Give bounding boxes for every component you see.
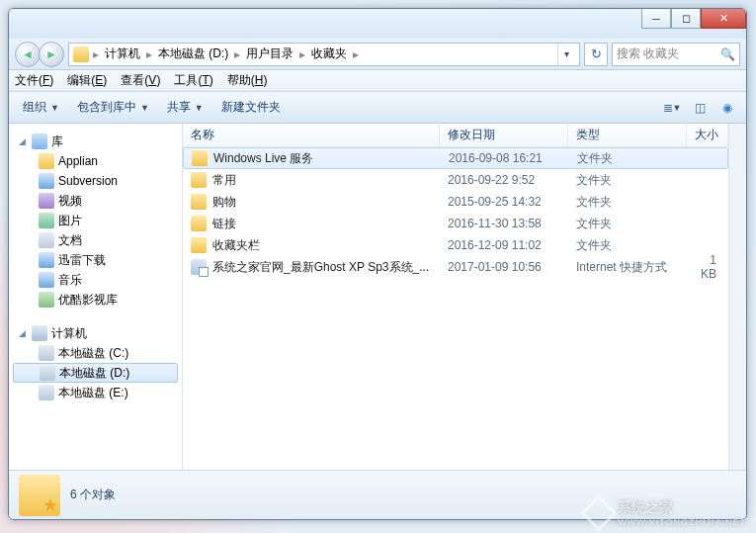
file-name: 系统之家官网_最新Ghost XP Sp3系统_... (212, 259, 429, 276)
favorites-folder-icon (19, 475, 60, 516)
music-icon (39, 272, 54, 288)
menu-tools[interactable]: 工具(T) (174, 72, 212, 89)
menu-help[interactable]: 帮助(H) (227, 72, 268, 89)
search-placeholder: 搜索 收藏夹 (617, 45, 679, 62)
col-date[interactable]: 修改日期 (440, 124, 568, 146)
tree-libraries[interactable]: ◢ 库 (9, 132, 182, 151)
address-bar[interactable]: ▸ 计算机▸ 本地磁盘 (D:)▸ 用户目录▸ 收藏夹▸ ▾ (68, 43, 580, 66)
menu-view[interactable]: 查看(V) (121, 72, 160, 89)
pictures-icon (39, 213, 54, 228)
tree-computer[interactable]: ◢ 计算机 (9, 323, 182, 343)
file-type: 文件夹 (568, 216, 687, 232)
file-size: 1 KB (687, 253, 728, 281)
forward-button[interactable]: ► (39, 42, 64, 67)
close-button[interactable]: ✕ (701, 9, 746, 29)
new-folder-button[interactable]: 新建文件夹 (215, 97, 287, 118)
breadcrumb-item[interactable]: 计算机 (103, 45, 142, 62)
folder-icon (192, 150, 208, 166)
col-type[interactable]: 类型 (568, 124, 687, 146)
folder-icon (191, 172, 207, 188)
breadcrumb-item[interactable]: 本地磁盘 (D:) (156, 45, 230, 62)
include-library-button[interactable]: 包含到库中 ▼ (71, 97, 155, 118)
file-type: 文件夹 (569, 150, 688, 167)
file-name: 常用 (212, 172, 236, 189)
file-row[interactable]: 购物2015-09-25 14:32文件夹 (183, 191, 728, 213)
shortcut-icon (191, 259, 207, 275)
file-name: 购物 (212, 194, 236, 211)
file-type: 文件夹 (568, 237, 687, 254)
tree-drive-d[interactable]: 本地磁盘 (D:) (13, 363, 178, 383)
tree-drive-e[interactable]: 本地磁盘 (E:) (9, 383, 182, 402)
back-button[interactable]: ◄ (15, 42, 41, 67)
tree-item[interactable]: 文档 (9, 230, 182, 250)
search-icon: 🔍 (720, 47, 735, 61)
file-date: 2017-01-09 10:56 (440, 260, 568, 274)
address-dropdown[interactable]: ▾ (557, 44, 575, 65)
status-bar: 6 个对象 (9, 470, 746, 519)
nav-row: ◄ ► ▸ 计算机▸ 本地磁盘 (D:)▸ 用户目录▸ 收藏夹▸ ▾ ↻ 搜索 … (9, 39, 746, 70)
file-type: 文件夹 (568, 172, 687, 189)
help-button[interactable]: ◉ (716, 97, 738, 119)
scrollbar[interactable] (728, 124, 746, 470)
organize-button[interactable]: 组织 ▼ (17, 97, 65, 118)
preview-pane-button[interactable]: ◫ (689, 97, 711, 119)
folder-icon (191, 194, 207, 210)
search-box[interactable]: 搜索 收藏夹 🔍 (612, 43, 740, 66)
tree-item[interactable]: 视频 (9, 191, 182, 211)
menubar: 文件(F) 编辑(E) 查看(V) 工具(T) 帮助(H) (9, 70, 746, 92)
file-date: 2016-12-09 11:02 (440, 238, 568, 252)
tree-item[interactable]: 图片 (9, 211, 182, 230)
file-row[interactable]: 常用2016-09-22 9:52文件夹 (183, 169, 728, 191)
file-row[interactable]: 链接2016-11-30 13:58文件夹 (183, 213, 728, 234)
view-options-button[interactable]: ≣ ▼ (661, 97, 683, 119)
share-button[interactable]: 共享 ▼ (161, 97, 210, 118)
file-type: Internet 快捷方式 (568, 259, 687, 276)
titlebar: ─ ◻ ✕ (9, 9, 746, 39)
drive-icon (39, 385, 54, 400)
refresh-button[interactable]: ↻ (584, 43, 608, 66)
drive-icon (39, 345, 54, 361)
expand-icon[interactable]: ◢ (17, 328, 28, 339)
video-icon (39, 193, 54, 209)
tree-drive-c[interactable]: 本地磁盘 (C:) (9, 343, 182, 363)
status-count: 6 个对象 (70, 487, 116, 503)
libraries-icon (32, 133, 47, 149)
download-icon (39, 252, 54, 268)
breadcrumb-item[interactable]: 用户目录 (244, 45, 295, 62)
file-name: 链接 (212, 216, 236, 232)
file-date: 2016-11-30 13:58 (440, 217, 568, 230)
expand-icon[interactable]: ◢ (17, 136, 28, 147)
menu-edit[interactable]: 编辑(E) (67, 72, 107, 89)
computer-icon (32, 325, 47, 341)
tree-item[interactable]: 迅雷下载 (9, 250, 182, 270)
explorer-window: ─ ◻ ✕ ◄ ► ▸ 计算机▸ 本地磁盘 (D:)▸ 用户目录▸ 收藏夹▸ ▾… (8, 8, 747, 520)
folder-icon (73, 46, 89, 62)
file-name: 收藏夹栏 (212, 237, 260, 254)
file-row[interactable]: 系统之家官网_最新Ghost XP Sp3系统_...2017-01-09 10… (183, 256, 728, 278)
toolbar: 组织 ▼ 包含到库中 ▼ 共享 ▼ 新建文件夹 ≣ ▼ ◫ ◉ (9, 92, 746, 124)
minimize-button[interactable]: ─ (641, 9, 671, 29)
folder-icon (39, 153, 54, 169)
file-name: Windows Live 服务 (213, 150, 313, 167)
tree-item[interactable]: Subversion (9, 171, 182, 191)
col-size[interactable]: 大小 (687, 124, 728, 146)
col-name[interactable]: 名称 (183, 124, 440, 146)
file-list: 名称 修改日期 类型 大小 Windows Live 服务2016-09-08 … (183, 124, 728, 470)
file-row[interactable]: 收藏夹栏2016-12-09 11:02文件夹 (183, 234, 728, 256)
subversion-icon (39, 173, 54, 189)
tree-item[interactable]: Applian (9, 151, 182, 171)
tree-item[interactable]: 音乐 (9, 270, 182, 290)
file-date: 2015-09-25 14:32 (440, 195, 568, 209)
file-date: 2016-09-22 9:52 (440, 173, 568, 187)
file-type: 文件夹 (568, 194, 687, 211)
breadcrumb-item[interactable]: 收藏夹 (309, 45, 349, 62)
youku-icon (39, 292, 54, 308)
documents-icon (39, 232, 54, 248)
tree-item[interactable]: 优酷影视库 (9, 290, 182, 310)
column-headers: 名称 修改日期 类型 大小 (183, 124, 728, 147)
file-row[interactable]: Windows Live 服务2016-09-08 16:21文件夹 (183, 147, 728, 169)
folder-icon (191, 237, 207, 253)
nav-tree: ◢ 库 Applian Subversion 视频 图片 文档 迅雷下载 音乐 … (9, 124, 183, 470)
maximize-button[interactable]: ◻ (671, 9, 701, 29)
menu-file[interactable]: 文件(F) (15, 72, 53, 89)
